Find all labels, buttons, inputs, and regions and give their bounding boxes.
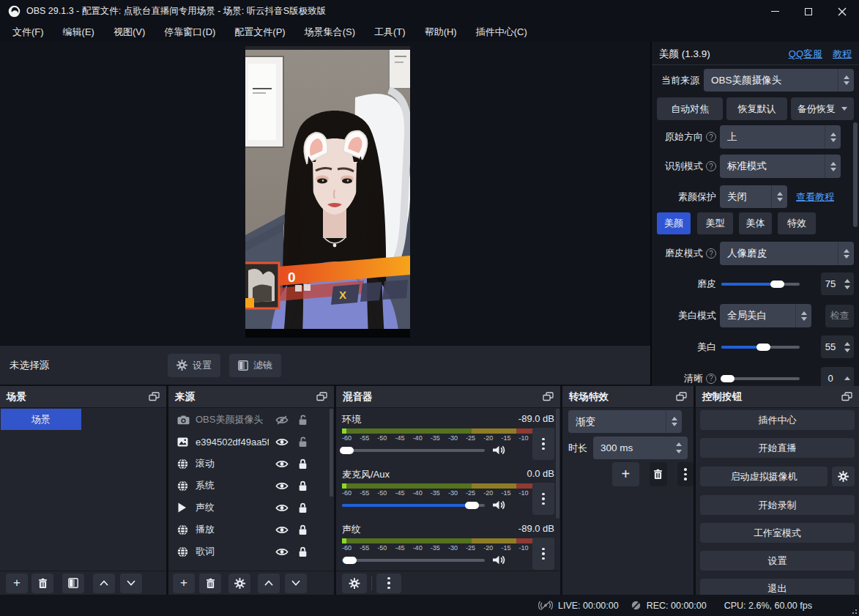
remove-source-button[interactable]: [199, 574, 221, 593]
mixer-menu-button[interactable]: [376, 574, 401, 593]
source-row[interactable]: 滚动: [168, 453, 328, 475]
source-up-button[interactable]: [258, 574, 280, 593]
slider-knob[interactable]: [756, 344, 770, 351]
menu-edit[interactable]: 编辑(E): [53, 23, 104, 42]
source-row[interactable]: 播放: [168, 519, 328, 541]
add-transition-button[interactable]: +: [612, 462, 639, 486]
spin-arrows-icon[interactable]: [844, 272, 850, 295]
scene-item-selected[interactable]: 场景: [1, 409, 81, 430]
backup-restore-button[interactable]: 备份恢复: [791, 97, 854, 120]
exit-button[interactable]: 退出: [700, 579, 855, 595]
smooth-spinbox[interactable]: 75: [821, 272, 854, 295]
check-button[interactable]: 检查: [825, 305, 854, 327]
transition-menu-button[interactable]: [677, 462, 693, 486]
close-button[interactable]: [825, 0, 859, 23]
popout-icon[interactable]: [841, 392, 852, 401]
eye-slash-icon[interactable]: [275, 415, 289, 425]
channel-menu-button[interactable]: [532, 538, 554, 570]
tab-effects[interactable]: 特效: [778, 212, 816, 234]
preview-area[interactable]: 0 X: [0, 42, 650, 346]
channel-menu-button[interactable]: [532, 428, 554, 460]
orientation-select[interactable]: 上: [720, 125, 841, 149]
virtual-camera-settings-button[interactable]: [832, 467, 855, 486]
source-row[interactable]: e394502df49aa5fc: [168, 431, 328, 453]
spin-arrows-icon[interactable]: [676, 442, 682, 453]
volume-slider[interactable]: [342, 559, 485, 562]
menu-plugin-center[interactable]: 插件中心(C): [466, 23, 537, 42]
menu-help[interactable]: 帮助(H): [415, 23, 466, 42]
lock-open-icon[interactable]: [298, 415, 308, 426]
eye-icon[interactable]: [275, 459, 289, 469]
source-down-button[interactable]: [285, 574, 307, 593]
slider-knob[interactable]: [340, 447, 354, 454]
menu-profile[interactable]: 配置文件(P): [225, 23, 294, 42]
menu-view[interactable]: 视图(V): [104, 23, 155, 42]
scrollbar[interactable]: [853, 122, 858, 227]
lock-icon[interactable]: [298, 502, 308, 513]
advanced-audio-button[interactable]: [342, 574, 367, 593]
scrollbar[interactable]: [330, 409, 333, 497]
menu-file[interactable]: 文件(F): [3, 23, 53, 42]
transition-select[interactable]: 渐变: [568, 410, 682, 433]
lock-icon[interactable]: [298, 546, 308, 557]
spin-arrows-icon[interactable]: [844, 335, 850, 358]
settings-button[interactable]: 设置: [700, 551, 855, 571]
qq-support-link[interactable]: QQ客服: [789, 48, 822, 61]
current-source-select[interactable]: OBS美颜摄像头: [704, 69, 854, 92]
remove-transition-button[interactable]: [650, 462, 668, 486]
source-filters-button[interactable]: 滤镜: [229, 354, 281, 377]
eye-icon[interactable]: [275, 481, 289, 491]
help-icon[interactable]: ?: [706, 132, 716, 142]
help-icon[interactable]: ?: [706, 161, 716, 171]
smooth-slider[interactable]: [721, 283, 800, 286]
maximize-button[interactable]: [792, 0, 825, 23]
lock-icon[interactable]: [298, 480, 308, 491]
plugin-center-button[interactable]: 插件中心: [700, 410, 855, 430]
menu-docks[interactable]: 停靠窗口(D): [155, 23, 225, 42]
autofocus-button[interactable]: 自动对焦: [657, 97, 723, 120]
speaker-icon[interactable]: [492, 554, 506, 565]
help-icon[interactable]: ?: [706, 248, 716, 259]
slider-knob[interactable]: [465, 502, 479, 509]
add-scene-button[interactable]: +: [6, 574, 28, 593]
popout-icon[interactable]: [149, 392, 160, 401]
lock-icon[interactable]: [298, 524, 308, 535]
clarity-spinbox[interactable]: 0: [821, 367, 854, 386]
minimize-button[interactable]: [758, 0, 792, 23]
eye-icon[interactable]: [275, 437, 289, 447]
spin-arrows-icon[interactable]: [844, 367, 850, 386]
slider-knob[interactable]: [343, 557, 357, 564]
lock-open-icon[interactable]: [298, 437, 308, 448]
channel-menu-button[interactable]: [532, 483, 554, 515]
duration-spinbox[interactable]: 300 ms: [593, 437, 688, 459]
volume-slider[interactable]: [342, 504, 485, 507]
white-slider[interactable]: [721, 346, 800, 349]
tab-reshape[interactable]: 美型: [697, 212, 733, 234]
volume-slider[interactable]: [342, 449, 485, 452]
popout-icon[interactable]: [543, 392, 554, 401]
eye-icon[interactable]: [275, 547, 289, 557]
studio-mode-button[interactable]: 工作室模式: [700, 523, 855, 543]
menu-scene-collection[interactable]: 场景集合(S): [295, 23, 365, 42]
speaker-icon[interactable]: [492, 445, 506, 456]
popout-icon[interactable]: [676, 392, 687, 401]
eye-icon[interactable]: [275, 525, 289, 535]
scene-up-button[interactable]: [93, 574, 115, 593]
start-virtual-camera-button[interactable]: 启动虚拟摄像机: [700, 467, 828, 486]
menu-tools[interactable]: 工具(T): [365, 23, 415, 42]
smooth-mode-select[interactable]: 人像磨皮: [720, 242, 854, 265]
white-spinbox[interactable]: 55: [821, 335, 854, 358]
clarity-slider[interactable]: [721, 377, 800, 380]
source-row[interactable]: 歌词: [168, 541, 328, 563]
white-mode-select[interactable]: 全局美白: [720, 304, 811, 327]
eye-icon[interactable]: [275, 503, 289, 513]
scene-filters-button[interactable]: [62, 574, 84, 593]
restore-default-button[interactable]: 恢复默认: [726, 97, 787, 120]
tutorial-link[interactable]: 教程: [833, 48, 852, 61]
lock-icon[interactable]: [298, 459, 308, 470]
source-properties-button[interactable]: 设置: [168, 354, 220, 377]
resize-grip[interactable]: [849, 606, 857, 614]
speaker-icon[interactable]: [492, 500, 506, 511]
recognition-select[interactable]: 标准模式: [720, 155, 841, 178]
source-row[interactable]: 系统: [168, 475, 328, 497]
